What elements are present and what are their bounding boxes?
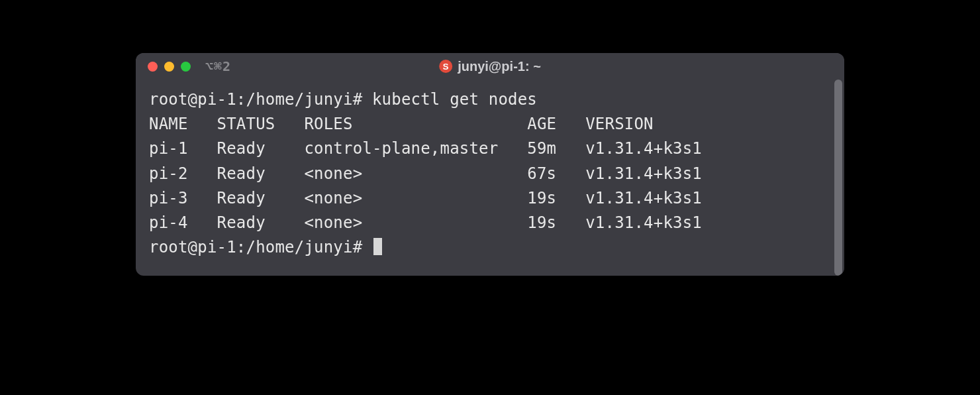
scrollbar-track[interactable] <box>832 80 844 276</box>
cursor-icon <box>373 238 382 255</box>
scrollbar-thumb[interactable] <box>834 80 842 276</box>
command-text: kubectl get nodes <box>372 90 537 109</box>
maximize-icon[interactable] <box>181 62 191 72</box>
prompt: root@pi-1:/home/junyi# <box>149 238 372 256</box>
prompt: root@pi-1:/home/junyi# <box>149 90 372 109</box>
table-row: pi-3 Ready <none> 19s v1.31.4+k3s1 <box>149 189 702 207</box>
terminal-window: ⌥⌘2 S junyi@pi-1: ~ root@pi-1:/home/juny… <box>136 53 844 276</box>
window-title: S junyi@pi-1: ~ <box>439 59 541 74</box>
close-icon[interactable] <box>148 62 158 72</box>
traffic-lights <box>148 62 191 72</box>
window-title-text: junyi@pi-1: ~ <box>458 59 541 74</box>
minimize-icon[interactable] <box>164 62 174 72</box>
table-row: pi-4 Ready <none> 19s v1.31.4+k3s1 <box>149 213 702 232</box>
table-row: pi-1 Ready control-plane,master 59m v1.3… <box>149 139 702 158</box>
table-row: pi-2 Ready <none> 67s v1.31.4+k3s1 <box>149 164 702 183</box>
terminal-body[interactable]: root@pi-1:/home/junyi# kubectl get nodes… <box>136 80 844 276</box>
titlebar[interactable]: ⌥⌘2 S junyi@pi-1: ~ <box>136 53 844 80</box>
session-badge-icon: S <box>439 60 452 73</box>
hotkey-hint: ⌥⌘2 <box>205 58 231 74</box>
table-header: NAME STATUS ROLES AGE VERSION <box>149 115 654 133</box>
